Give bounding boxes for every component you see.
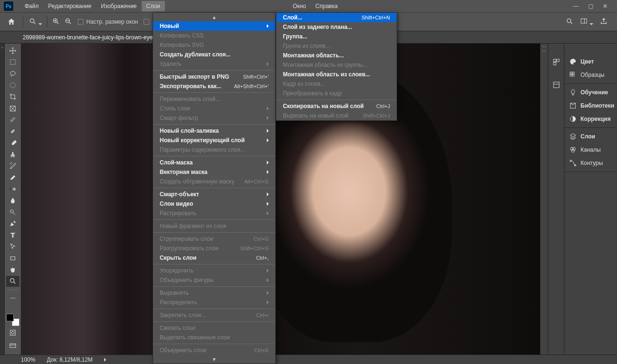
menu-окно[interactable]: Окно — [288, 1, 311, 11]
panel-Обучение[interactable]: Обучение — [564, 86, 617, 99]
scroll-up-icon[interactable]: ▴ — [153, 13, 275, 21]
share-icon[interactable] — [600, 18, 608, 27]
collapse-strip[interactable]: » — [0, 44, 5, 355]
menu-item[interactable]: Скопировать на новый слойCtrl+J — [276, 101, 397, 111]
quick-select-tool[interactable] — [6, 80, 19, 91]
rectangle-tool[interactable] — [6, 253, 19, 264]
menu-item[interactable]: Смарт-объект — [153, 190, 275, 199]
eyedropper-tool[interactable] — [6, 115, 19, 125]
checkbox-icon[interactable] — [144, 19, 149, 25]
menu-item[interactable]: Скрыть слоиCtrl+, — [153, 253, 275, 263]
menu-item[interactable]: Слой-маска — [153, 158, 275, 167]
svg-rect-34 — [556, 59, 559, 62]
screenmode-icon[interactable] — [6, 340, 19, 352]
panel-Цвет[interactable]: Цвет — [564, 55, 617, 68]
chevron-right-icon — [257, 23, 269, 29]
svg-point-27 — [10, 279, 14, 282]
menu-item[interactable]: Векторная маска — [153, 167, 275, 177]
close-icon[interactable]: ✕ — [603, 3, 608, 9]
checkbox-icon[interactable] — [78, 19, 83, 25]
minimize-icon[interactable]: — — [573, 3, 579, 9]
dodge-tool[interactable] — [6, 207, 19, 217]
hand-tool[interactable] — [6, 264, 19, 275]
quickmask-icon[interactable] — [6, 327, 19, 338]
zoom-out-icon[interactable] — [64, 18, 72, 27]
menu-изображение[interactable]: Изображение — [96, 1, 142, 11]
menu-item[interactable]: Слои видео — [153, 199, 275, 209]
panel-Каналы[interactable]: Каналы — [564, 143, 617, 156]
history-panel-icon[interactable] — [552, 58, 561, 66]
menu-item[interactable]: Монтажная область... — [276, 51, 397, 60]
menu-item[interactable]: Слой из заднего плана... — [276, 22, 397, 32]
menu-item[interactable]: Новый слой-заливка — [153, 126, 275, 136]
zoom-level[interactable]: 100% — [21, 356, 36, 363]
history-brush-tool[interactable] — [6, 161, 19, 171]
chevron-right-icon — [257, 299, 269, 306]
option-partial[interactable] — [144, 19, 149, 25]
menu-item[interactable]: Группа... — [276, 32, 397, 41]
menu-item: Разгруппировать слоиShift+Ctrl+G — [153, 244, 275, 253]
menu-item: Смарт-фильтр — [153, 113, 275, 123]
lasso-tool[interactable] — [6, 69, 19, 79]
marquee-tool[interactable] — [6, 57, 19, 67]
foreground-color[interactable] — [6, 314, 14, 321]
svg-rect-47 — [570, 160, 572, 162]
chevron-right-icon — [257, 277, 269, 283]
svg-rect-11 — [581, 18, 587, 23]
menu-item[interactable]: Быстрый экспорт в PNGShift+Ctrl+' — [153, 72, 275, 82]
svg-rect-13 — [10, 60, 16, 65]
menu-item[interactable]: Новый корректирующий слой — [153, 136, 275, 145]
type-tool[interactable] — [6, 230, 19, 240]
panel-Слои[interactable]: Слои — [564, 130, 617, 143]
menu-item[interactable]: Монтажная область из слоев... — [276, 70, 397, 79]
panel-Библиотеки[interactable]: Библиотеки — [564, 99, 617, 112]
menu-файл[interactable]: Файл — [20, 1, 44, 11]
properties-panel-icon[interactable] — [552, 81, 561, 89]
menu-слои[interactable]: Слои — [142, 1, 165, 11]
libraries-icon — [569, 102, 577, 109]
resize-windows-label: Настр. размер окон — [86, 18, 138, 25]
eraser-tool[interactable] — [6, 172, 19, 182]
menu-item[interactable]: Новый — [153, 21, 275, 31]
document-tab[interactable]: 2898989-women-brunette-face-juicy-lips-b… — [23, 34, 153, 41]
resize-windows-option[interactable]: Настр. размер окон — [78, 18, 138, 25]
document-size[interactable]: Док: 8,12M/8,12M — [47, 356, 93, 363]
gradient-tool[interactable] — [6, 184, 19, 194]
panel-Контуры[interactable]: Контуры — [564, 156, 617, 170]
zoom-tool[interactable] — [6, 276, 19, 286]
brush-tool[interactable] — [6, 138, 19, 148]
zoom-dropdown-icon[interactable] — [29, 18, 42, 27]
scroll-down-icon[interactable]: ▾ — [153, 355, 275, 364]
edit-toolbar-icon[interactable]: ⋯ — [6, 293, 19, 303]
zoom-in-icon[interactable] — [52, 18, 60, 27]
svg-point-14 — [10, 71, 16, 75]
blur-tool[interactable] — [6, 195, 19, 206]
stamp-tool[interactable] — [6, 149, 19, 160]
menubar: Ps ФайлРедактированиеИзображениеСлоиОкно… — [0, 0, 617, 12]
menu-item[interactable]: Создать дубликат слоя... — [153, 50, 275, 59]
pen-tool[interactable] — [6, 218, 19, 229]
workspace-icon[interactable] — [580, 18, 593, 27]
menu-item[interactable]: Слой...Shift+Ctrl+N — [276, 13, 397, 22]
layers-new-submenu: Слой...Shift+Ctrl+NСлой из заднего плана… — [276, 12, 397, 121]
menu-справка[interactable]: Справка — [311, 1, 343, 11]
menu-item: Объединить фигуры — [153, 275, 275, 285]
vertical-scrollbar[interactable] — [540, 44, 548, 355]
color-swatches[interactable] — [6, 314, 19, 326]
menu-item[interactable]: Экспортировать как...Alt+Shift+Ctrl+' — [153, 82, 275, 91]
maximize-icon[interactable]: ▢ — [588, 3, 593, 9]
menu-item: Стиль слоя — [153, 104, 275, 113]
move-tool[interactable] — [6, 46, 19, 56]
panel-Образцы[interactable]: Образцы — [564, 68, 617, 82]
crop-tool[interactable] — [6, 91, 19, 102]
frame-tool[interactable] — [6, 103, 19, 114]
menu-редактирование[interactable]: Редактирование — [44, 1, 96, 11]
layers-icon — [569, 133, 577, 140]
status-chevron-icon[interactable] — [104, 356, 106, 363]
path-select-tool[interactable] — [6, 241, 19, 252]
search-icon[interactable] — [566, 18, 573, 27]
home-icon[interactable] — [6, 16, 17, 27]
healing-tool[interactable] — [6, 126, 19, 136]
panel-Коррекция[interactable]: Коррекция — [564, 112, 617, 126]
menu-item: Переименовать слой... — [153, 94, 275, 104]
